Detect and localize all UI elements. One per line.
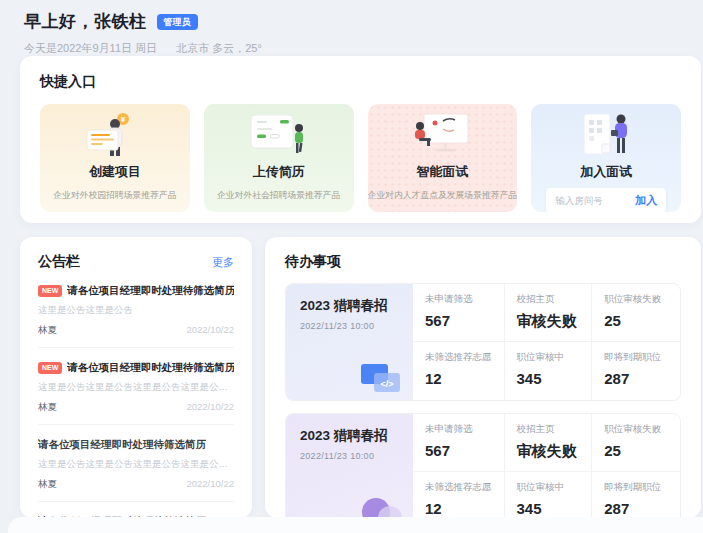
announcement-more-link[interactable]: 更多 [212,255,234,270]
quick-entry-tiles: ¥ 创建项目 企业对外校园招聘场景推荐产品 [40,104,681,212]
stat-value: 25 [604,442,668,459]
tile-join-interview[interactable]: 加入面试 加入 [531,104,681,212]
todo-stats-grid: 未申请筛选 567 校招主页 审核失败 职位审核失败 25 未筛选推荐志愿 12… [413,414,680,518]
stat-value: 567 [425,442,492,459]
join-interview-illustration [531,110,681,162]
new-badge: NEW [38,285,62,297]
announcement-item-title: 请各位项目经理即时处理待筛选简历 [38,438,206,452]
todo-project-panel: 2023 猎聘春招 2022/11/23 10:00 </> [286,284,413,400]
announcement-author: 林夏 [38,324,57,337]
join-room-box: 加入 [546,188,666,212]
tile-join-interview-title: 加入面试 [531,163,681,181]
tile-create-project-desc: 企业对外校园招聘场景推荐产品 [40,190,190,202]
announcement-item[interactable]: 请各位项目经理即时处理待筛选简历 这里是公告这里是公告这里是公告这里是公告这里 … [38,438,234,502]
stat-cell[interactable]: 即将到期职位 287 [592,472,680,518]
announcement-author: 林夏 [38,401,57,414]
todo-project-datetime: 2022/11/23 10:00 [300,321,399,331]
stat-cell[interactable]: 职位审核中 345 [505,342,593,400]
announcement-item-body: 这里是公告这里是公告这里是公告这里是公告这里 [38,458,234,471]
page-bottom-strip [8,517,703,533]
todo-project-datetime: 2022/11/23 10:00 [300,451,399,461]
stat-label: 校招主页 [517,293,580,306]
stat-value: 审核失败 [517,442,580,461]
create-project-illustration: ¥ [40,110,190,162]
quick-entry-title: 快捷入口 [40,73,681,91]
stat-label: 未筛选推荐志愿 [425,481,492,494]
svg-text:¥: ¥ [121,115,126,124]
weather-text: 北京市 多云，25° [176,42,262,54]
tile-smart-interview-title: 智能面试 [368,163,518,181]
stat-cell[interactable]: 职位审核失败 25 [592,414,680,472]
announcement-date: 2022/10/22 [186,401,234,414]
todo-stats-grid: 未申请筛选 567 校招主页 审核失败 职位审核失败 25 未筛选推荐志愿 12… [413,284,680,400]
todo-project-name: 2023 猎聘春招 [300,297,399,315]
stat-label: 职位审核中 [517,481,580,494]
stat-value: 287 [604,370,668,387]
stat-value: 567 [425,312,492,329]
svg-text:</>: </> [380,379,393,389]
stat-label: 职位审核失败 [604,293,668,306]
stat-label: 职位审核失败 [604,423,668,436]
stat-value: 25 [604,312,668,329]
greeting-text: 早上好，张铁柱 [24,10,147,33]
announcement-item-body: 这里是公告这里是公告 [38,304,234,317]
stat-value: 审核失败 [517,312,580,331]
stat-cell[interactable]: 未申请筛选 567 [413,284,505,342]
announcement-title: 公告栏 [38,253,80,271]
stat-label: 职位审核中 [517,351,580,364]
announcement-item[interactable]: NEW 请各位项目经理即时处理待筛选简历 这里是公告这里是公告 林夏 2022/… [38,284,234,348]
smart-interview-illustration [368,110,518,162]
announcement-date: 2022/10/22 [186,324,234,337]
quick-entry-card: 快捷入口 ¥ 创建项目 企业对外校园招聘场景推荐产品 [20,56,701,223]
role-badge: 管理员 [157,14,198,30]
stat-value: 12 [425,500,492,517]
stat-label: 即将到期职位 [604,351,668,364]
stat-cell[interactable]: 未申请筛选 567 [413,414,505,472]
todo-project-panel: 2023 猎聘春招 2022/11/23 10:00 [286,414,413,518]
announcement-item-title: 请各位项目经理即时处理待筛选简历 [67,284,234,298]
announcement-date: 2022/10/22 [186,478,234,491]
todo-card: 待办事项 2023 猎聘春招 2022/11/23 10:00 </> 未申请筛… [265,237,701,518]
stat-label: 校招主页 [517,423,580,436]
stat-cell[interactable]: 职位审核中 345 [505,472,593,518]
tile-create-project-title: 创建项目 [40,163,190,181]
page-header: 早上好，张铁柱 管理员 今天是2022年9月11日 周日 北京市 多云，25° [24,10,262,56]
stat-label: 未申请筛选 [425,293,492,306]
stat-cell[interactable]: 校招主页 审核失败 [505,414,593,472]
tile-smart-interview[interactable]: 智能面试 企业对内人才盘点及发展场景推荐产品 [368,104,518,212]
announcement-item[interactable]: NEW 请各位项目经理即时处理待筛选简历 这里是公告这里是公告这里是公告这里是公… [38,361,234,425]
stat-label: 未申请筛选 [425,423,492,436]
ellipsis-icon [357,495,409,518]
stat-cell[interactable]: 未筛选推荐志愿 12 [413,472,505,518]
tile-create-project[interactable]: ¥ 创建项目 企业对外校园招聘场景推荐产品 [40,104,190,212]
stat-cell[interactable]: 未筛选推荐志愿 12 [413,342,505,400]
stat-cell[interactable]: 校招主页 审核失败 [505,284,593,342]
todo-row[interactable]: 2023 猎聘春招 2022/11/23 10:00 </> 未申请筛选 567… [285,283,681,401]
room-number-input[interactable] [555,195,625,206]
join-button[interactable]: 加入 [635,193,657,208]
announcement-item-title: 请各位项目经理即时处理待筛选简历 [67,361,234,375]
tile-upload-resume[interactable]: 上传简历 企业对外社会招聘场景推荐产品 [204,104,354,212]
stat-value: 287 [604,500,668,517]
stat-value: 345 [517,500,580,517]
announcement-board-card: 公告栏 更多 NEW 请各位项目经理即时处理待筛选简历 这里是公告这里是公告 林… [20,237,252,518]
stat-value: 12 [425,370,492,387]
date-text: 今天是2022年9月11日 周日 [24,42,157,54]
upload-resume-illustration [204,110,354,162]
new-badge: NEW [38,362,62,374]
code-icon: </> [359,362,405,400]
tile-upload-resume-desc: 企业对外社会招聘场景推荐产品 [204,190,354,202]
tile-smart-interview-desc: 企业对内人才盘点及发展场景推荐产品 [368,190,518,202]
announcement-item-body: 这里是公告这里是公告这里是公告这里是公告这里 [38,381,234,394]
announcement-author: 林夏 [38,478,57,491]
stat-label: 未筛选推荐志愿 [425,351,492,364]
todo-project-name: 2023 猎聘春招 [300,427,399,445]
stat-value: 345 [517,370,580,387]
stat-label: 即将到期职位 [604,481,668,494]
todo-title: 待办事项 [285,253,341,271]
stat-cell[interactable]: 即将到期职位 287 [592,342,680,400]
tile-upload-resume-title: 上传简历 [204,163,354,181]
todo-row[interactable]: 2023 猎聘春招 2022/11/23 10:00 未申请筛选 567 校招主… [285,413,681,518]
date-weather-line: 今天是2022年9月11日 周日 北京市 多云，25° [24,41,262,56]
stat-cell[interactable]: 职位审核失败 25 [592,284,680,342]
